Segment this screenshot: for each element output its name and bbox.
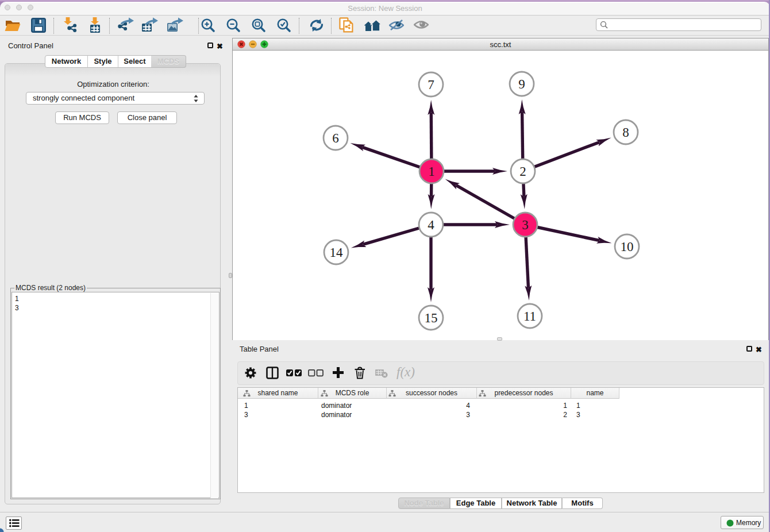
- svg-text:3: 3: [522, 218, 529, 232]
- svg-text:4: 4: [428, 218, 434, 232]
- svg-text:15: 15: [425, 311, 438, 325]
- svg-text:10: 10: [621, 240, 634, 254]
- svg-text:11: 11: [523, 309, 536, 323]
- svg-text:8: 8: [622, 125, 629, 140]
- svg-text:14: 14: [330, 245, 344, 260]
- svg-text:2: 2: [519, 164, 526, 179]
- svg-text:6: 6: [332, 131, 339, 145]
- svg-text:7: 7: [428, 78, 434, 92]
- svg-text:1: 1: [428, 164, 435, 179]
- svg-text:9: 9: [518, 77, 525, 91]
